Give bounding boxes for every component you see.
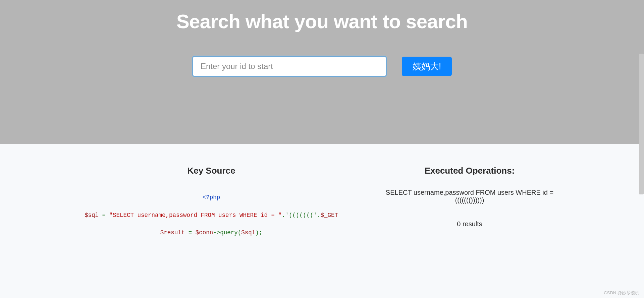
php-string-literal: "SELECT username,password FROM users WHE… [109, 212, 282, 219]
php-arrow-op: -> [213, 229, 220, 236]
search-row: 姨妈大! [0, 56, 644, 77]
search-input[interactable] [192, 56, 387, 77]
php-paren-open: ( [238, 229, 241, 236]
scrollbar-thumb[interactable] [639, 54, 644, 194]
php-func-query: query [220, 229, 238, 236]
executed-operations-panel: Executed Operations: SELECT username,pas… [376, 166, 564, 242]
php-var-result: $result [160, 229, 185, 236]
php-var-sql: $sql [85, 212, 99, 219]
executed-operations-title: Executed Operations: [376, 166, 564, 176]
hero-section: Search what you want to search 姨妈大! [0, 0, 644, 144]
php-var-get: $_GET [321, 212, 338, 219]
php-arg-sql: $sql [241, 229, 255, 236]
code-line-3: $result = $conn->query($sql); [80, 224, 342, 242]
submit-button[interactable]: 姨妈大! [402, 57, 452, 76]
php-paren-close: ); [255, 229, 262, 236]
php-concat: .'((((((('. [282, 212, 321, 219]
scrollbar-track[interactable] [639, 0, 644, 255]
key-source-title: Key Source [80, 166, 342, 176]
key-source-panel: Key Source <?php $sql = "SELECT username… [80, 166, 342, 242]
code-line-2: $sql = "SELECT username,password FROM us… [80, 206, 342, 224]
page-title: Search what you want to search [0, 10, 644, 33]
php-var-conn: $conn [196, 229, 213, 236]
executed-query-text: SELECT username,password FROM users WHER… [376, 189, 564, 204]
php-assign-op: = [185, 229, 196, 236]
php-assign-op: = [99, 212, 109, 219]
php-open-tag: <?php [203, 194, 220, 201]
source-code-block: <?php $sql = "SELECT username,password F… [80, 189, 342, 242]
code-line-1: <?php [80, 189, 342, 206]
results-count: 0 results [376, 220, 564, 228]
lower-section: Key Source <?php $sql = "SELECT username… [0, 144, 644, 255]
